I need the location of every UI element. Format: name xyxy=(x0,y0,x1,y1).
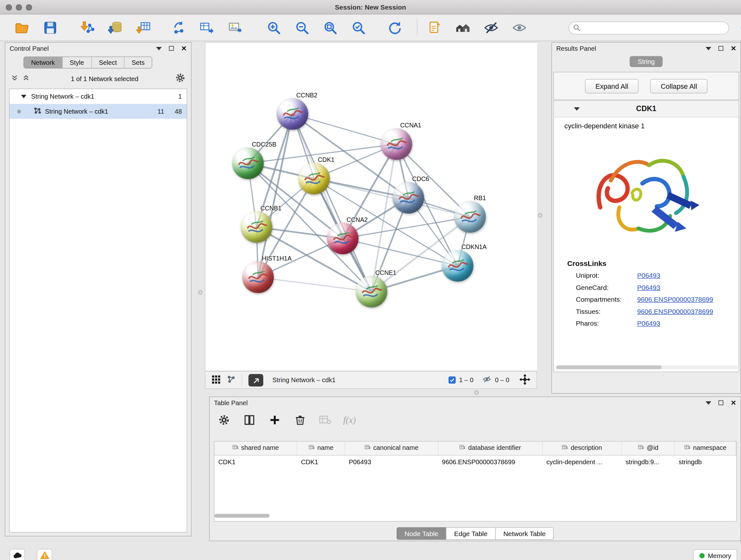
show-columns-icon[interactable] xyxy=(242,413,257,428)
right-splitter-handle[interactable] xyxy=(538,213,542,218)
left-splitter-handle[interactable] xyxy=(198,290,203,295)
gene-disclosure-icon[interactable] xyxy=(574,107,580,111)
function-builder-button[interactable]: f(x) xyxy=(343,415,356,425)
network-node-cdk1[interactable] xyxy=(298,163,330,194)
disclosure-triangle-icon[interactable] xyxy=(21,93,26,100)
import-network-file-icon[interactable] xyxy=(78,18,96,37)
export-network-icon[interactable] xyxy=(198,18,215,37)
network-edge[interactable] xyxy=(258,114,293,277)
help-button[interactable]: ? xyxy=(739,18,741,37)
network-edge[interactable] xyxy=(258,277,372,292)
selected-items-checkbox-icon[interactable] xyxy=(448,376,456,384)
network-options-gear-icon[interactable] xyxy=(175,72,185,84)
tab-sets[interactable]: Sets xyxy=(124,57,152,68)
float-table-icon[interactable] xyxy=(719,400,724,405)
warning-button[interactable] xyxy=(37,549,52,560)
collapse-all-networks-icon[interactable] xyxy=(23,74,30,83)
network-edge[interactable] xyxy=(293,114,372,292)
network-collection-row[interactable]: String Network – cdk1 1 xyxy=(10,89,187,104)
network-node-ccna1[interactable] xyxy=(381,128,412,160)
collapse-table-icon[interactable] xyxy=(705,401,711,405)
collapse-results-icon[interactable] xyxy=(705,47,711,50)
float-results-icon[interactable] xyxy=(719,46,724,51)
table-horizontal-scrollbar[interactable] xyxy=(214,514,270,518)
expand-all-networks-icon[interactable] xyxy=(11,74,18,83)
close-window-button[interactable] xyxy=(6,4,12,11)
column-header--id[interactable]: @id xyxy=(622,442,675,455)
network-node-hist1h1a[interactable] xyxy=(242,261,274,293)
table-cell[interactable]: P06493 xyxy=(345,455,438,469)
zoom-fit-icon[interactable] xyxy=(322,18,339,37)
crosslink-link[interactable]: P06493 xyxy=(637,319,660,327)
open-in-new-window-button[interactable] xyxy=(249,374,264,386)
import-network-database-icon[interactable] xyxy=(107,18,124,37)
collapse-panel-icon[interactable] xyxy=(156,47,162,50)
birds-eye-view-icon[interactable] xyxy=(212,375,221,385)
network-node-cdc25b[interactable] xyxy=(232,147,264,179)
column-header-database-identifier[interactable]: database identifier xyxy=(438,442,542,455)
network-edge[interactable] xyxy=(314,179,470,217)
import-table-icon[interactable] xyxy=(135,18,152,37)
horizontal-splitter-handle[interactable] xyxy=(475,390,479,395)
network-node-cdkn1a[interactable] xyxy=(442,250,474,282)
table-cell[interactable]: stringdb:9... xyxy=(622,455,675,469)
network-node-ccnb2[interactable] xyxy=(277,98,308,130)
delete-column-icon[interactable] xyxy=(293,413,308,428)
crosslink-link[interactable]: 9606.ENSP00000378699 xyxy=(637,307,713,315)
table-cell[interactable]: stringdb xyxy=(675,455,736,469)
results-scrollbar[interactable] xyxy=(556,366,738,369)
table-cell[interactable]: CDK1 xyxy=(214,455,297,469)
zoom-window-button[interactable] xyxy=(26,4,32,11)
results-tab-string[interactable]: String xyxy=(630,56,663,67)
memory-button[interactable]: Memory xyxy=(693,550,737,560)
network-overview-icon[interactable] xyxy=(227,375,235,385)
table-cell[interactable]: CDK1 xyxy=(297,455,345,469)
expand-all-button[interactable]: Expand All xyxy=(585,79,639,93)
tab-edge-table[interactable]: Edge Table xyxy=(446,527,495,540)
crosslink-link[interactable]: 9606.ENSP00000378699 xyxy=(637,295,713,303)
column-header-name[interactable]: name xyxy=(297,442,345,455)
export-image-icon[interactable] xyxy=(226,18,244,37)
minimize-window-button[interactable] xyxy=(16,4,22,11)
table-cell[interactable]: cyclin-dependent ... xyxy=(542,455,622,469)
hidden-items-icon[interactable] xyxy=(482,375,491,385)
collapse-all-button[interactable]: Collapse All xyxy=(650,79,708,93)
home-icon[interactable] xyxy=(455,18,472,37)
zoom-selected-icon[interactable] xyxy=(350,18,367,37)
save-session-icon[interactable] xyxy=(42,18,59,37)
table-settings-gear-icon[interactable] xyxy=(216,413,232,428)
column-header-shared-name[interactable]: shared name xyxy=(214,442,297,455)
zoom-out-icon[interactable] xyxy=(293,18,311,37)
cloud-button[interactable] xyxy=(10,549,25,560)
tab-network-table[interactable]: Network Table xyxy=(495,527,554,540)
column-header-canonical-name[interactable]: canonical name xyxy=(345,442,438,455)
close-table-icon[interactable]: ✕ xyxy=(731,399,736,406)
gene-card-header[interactable]: CDK1 xyxy=(554,101,739,118)
network-node-rb1[interactable] xyxy=(455,201,486,233)
crosslink-link[interactable]: P06493 xyxy=(637,271,660,279)
hide-graphics-details-icon[interactable] xyxy=(482,18,500,37)
new-network-from-selection-icon[interactable] xyxy=(170,18,187,37)
tab-node-table[interactable]: Node Table xyxy=(396,527,447,540)
column-header-namespace[interactable]: namespace xyxy=(675,442,736,455)
show-graphics-details-icon[interactable] xyxy=(511,18,528,37)
open-session-icon[interactable] xyxy=(13,18,30,37)
crosslink-link[interactable]: P06493 xyxy=(637,283,660,291)
create-column-icon[interactable] xyxy=(267,413,282,428)
tab-style[interactable]: Style xyxy=(62,57,91,68)
apply-layout-icon[interactable] xyxy=(386,18,403,37)
float-panel-icon[interactable] xyxy=(169,46,174,51)
network-node-ccne1[interactable] xyxy=(356,276,387,307)
close-panel-icon[interactable]: ✕ xyxy=(181,45,187,52)
close-results-icon[interactable]: ✕ xyxy=(731,45,736,52)
network-node-cdc6[interactable] xyxy=(393,182,424,213)
column-header-description[interactable]: description xyxy=(542,442,622,455)
zoom-in-icon[interactable] xyxy=(265,18,282,37)
network-node-ccna2[interactable] xyxy=(327,223,359,254)
tab-select[interactable]: Select xyxy=(91,57,124,68)
network-node-ccnb1[interactable] xyxy=(241,211,273,243)
fit-content-icon[interactable] xyxy=(520,374,531,386)
tab-network[interactable]: Network xyxy=(24,57,62,68)
network-row-selected[interactable]: String Network – cdk1 11 48 xyxy=(10,104,187,119)
table-cell[interactable]: 9606.ENSP00000378699 xyxy=(438,455,542,469)
